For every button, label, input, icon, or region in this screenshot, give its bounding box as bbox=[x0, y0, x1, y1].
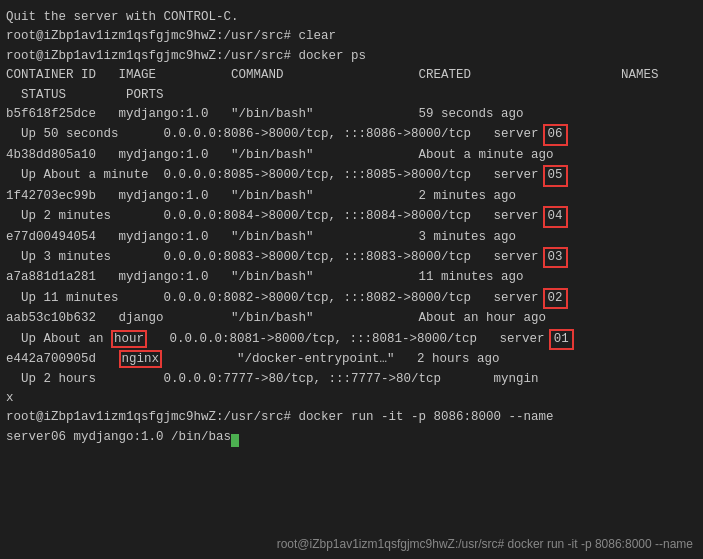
container7-main-line: e442a700905d nginx "/docker-entrypoint…"… bbox=[6, 350, 697, 369]
cmd-clear-line: root@iZbp1av1izm1qsfgjmc9hwZ:/usr/src# c… bbox=[6, 27, 697, 46]
cmd-docker-ps-line: root@iZbp1av1izm1qsfgjmc9hwZ:/usr/src# d… bbox=[6, 47, 697, 66]
container2-status-row: Up About a minute 0.0.0.0:8085->8000/tcp… bbox=[6, 165, 697, 187]
container6-status-row: Up About an hour 0.0.0.0:8081->8000/tcp,… bbox=[6, 329, 697, 351]
watermark-text: root@iZbp1av1izm1qsfgjmc9hwZ:/usr/src# d… bbox=[277, 537, 693, 551]
table-header-line: CONTAINER ID IMAGE COMMAND CREATED NAMES bbox=[6, 66, 697, 85]
container1-status-row: Up 50 seconds 0.0.0.0:8086->8000/tcp, ::… bbox=[6, 124, 697, 146]
container4-main-line: e77d00494054 mydjango:1.0 "/bin/bash" 3 … bbox=[6, 228, 697, 247]
server06-box: 06 bbox=[543, 124, 568, 146]
container1-main-line: b5f618f25dce mydjango:1.0 "/bin/bash" 59… bbox=[6, 105, 697, 124]
server01-box: 01 bbox=[549, 329, 574, 351]
container6-main-line: aab53c10b632 django "/bin/bash" About an… bbox=[6, 309, 697, 328]
container2-main-line: 4b38dd805a10 mydjango:1.0 "/bin/bash" Ab… bbox=[6, 146, 697, 165]
server03-box: 03 bbox=[543, 247, 568, 269]
cmd-run-line2: server06 mydjango:1.0 /bin/bas bbox=[6, 428, 697, 447]
terminal-window: Quit the server with CONTROL-C. root@iZb… bbox=[0, 0, 703, 559]
container4-status-text: Up 3 minutes 0.0.0.0:8083->8000/tcp, :::… bbox=[6, 248, 539, 267]
container6-status-text: Up About an hour 0.0.0.0:8081->8000/tcp,… bbox=[6, 330, 545, 349]
container2-status-text: Up About a minute 0.0.0.0:8085->8000/tcp… bbox=[6, 166, 539, 185]
container3-status-row: Up 2 minutes 0.0.0.0:8084->8000/tcp, :::… bbox=[6, 206, 697, 228]
cmd-run-line1: root@iZbp1av1izm1qsfgjmc9hwZ:/usr/src# d… bbox=[6, 408, 697, 427]
server02-box: 02 bbox=[543, 288, 568, 310]
container3-status-text: Up 2 minutes 0.0.0.0:8084->8000/tcp, :::… bbox=[6, 207, 539, 226]
container5-status-text: Up 11 minutes 0.0.0.0:8082->8000/tcp, ::… bbox=[6, 289, 539, 308]
container5-main-line: a7a881d1a281 mydjango:1.0 "/bin/bash" 11… bbox=[6, 268, 697, 287]
container3-main-line: 1f42703ec99b mydjango:1.0 "/bin/bash" 2 … bbox=[6, 187, 697, 206]
server05-box: 05 bbox=[543, 165, 568, 187]
container4-status-row: Up 3 minutes 0.0.0.0:8083->8000/tcp, :::… bbox=[6, 247, 697, 269]
container1-status-text: Up 50 seconds 0.0.0.0:8086->8000/tcp, ::… bbox=[6, 125, 539, 144]
container5-status-row: Up 11 minutes 0.0.0.0:8082->8000/tcp, ::… bbox=[6, 288, 697, 310]
container7-status-line: Up 2 hours 0.0.0.0:7777->80/tcp, :::7777… bbox=[6, 370, 697, 389]
server04-box: 04 bbox=[543, 206, 568, 228]
quit-hint-line: Quit the server with CONTROL-C. bbox=[6, 8, 697, 27]
container7-nginx-cont: x bbox=[6, 389, 697, 408]
table-subheader-line: STATUS PORTS bbox=[6, 86, 697, 105]
